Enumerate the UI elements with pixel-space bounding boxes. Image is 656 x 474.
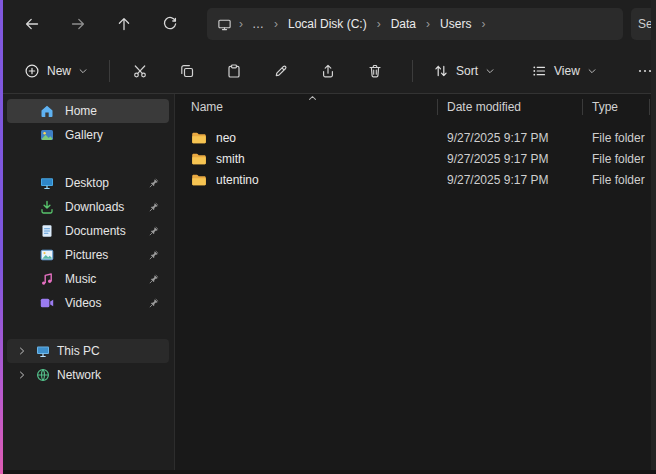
sidebar-item-label: Network xyxy=(57,368,101,382)
file-name: utentino xyxy=(216,173,259,187)
breadcrumb-chevron-icon: › xyxy=(372,17,386,31)
music-icon xyxy=(39,271,55,287)
videos-icon xyxy=(39,295,55,311)
sidebar-item-label: This PC xyxy=(57,344,100,358)
sidebar-item-videos[interactable]: Videos xyxy=(7,291,169,315)
pin-icon xyxy=(148,273,160,285)
plus-circle-icon xyxy=(24,63,40,79)
desktop-icon xyxy=(39,175,55,191)
search-input[interactable]: Se xyxy=(631,8,651,40)
share-button[interactable] xyxy=(308,54,348,88)
cut-button[interactable] xyxy=(120,54,160,88)
breadcrumb-item-users[interactable]: Users xyxy=(435,15,476,33)
pin-icon xyxy=(148,177,160,189)
sidebar-item-gallery[interactable]: Gallery xyxy=(7,123,169,147)
new-button[interactable]: New xyxy=(13,56,99,86)
delete-button[interactable] xyxy=(355,54,395,88)
breadcrumb-chevron-icon: › xyxy=(476,17,490,31)
column-resize-handle[interactable] xyxy=(649,99,650,115)
sidebar-item-documents[interactable]: Documents xyxy=(7,219,169,243)
sidebar-item-label: Music xyxy=(65,272,96,286)
navigation-bar: › … › Local Disk (C:) › Data › Users › S… xyxy=(3,0,651,48)
sort-arrows-icon xyxy=(433,63,449,79)
file-row-neo[interactable]: neo 9/27/2025 9:17 PM File folder xyxy=(175,127,651,148)
sidebar-item-label: Downloads xyxy=(65,200,124,214)
file-type: File folder xyxy=(582,152,649,166)
file-row-utentino[interactable]: utentino 9/27/2025 9:17 PM File folder xyxy=(175,169,651,190)
sidebar-item-music[interactable]: Music xyxy=(7,267,169,291)
chevron-down-icon xyxy=(78,66,88,76)
sidebar-item-label: Desktop xyxy=(65,176,109,190)
forward-button[interactable] xyxy=(61,8,95,40)
sidebar-item-label: Gallery xyxy=(65,128,103,142)
sidebar-item-label: Documents xyxy=(65,224,126,238)
sort-button-label: Sort xyxy=(456,64,478,78)
file-type: File folder xyxy=(582,173,649,187)
address-bar[interactable]: › … › Local Disk (C:) › Data › Users › xyxy=(207,8,623,40)
sidebar-item-network[interactable]: Network xyxy=(7,363,169,387)
back-button[interactable] xyxy=(15,8,49,40)
breadcrumb-chevron-icon: › xyxy=(421,17,435,31)
view-button[interactable]: View xyxy=(521,56,607,86)
sidebar-item-downloads[interactable]: Downloads xyxy=(7,195,169,219)
gallery-icon xyxy=(39,127,55,143)
sidebar-item-label: Home xyxy=(65,104,97,118)
pictures-icon xyxy=(39,247,55,263)
pin-icon xyxy=(148,297,160,309)
refresh-button[interactable] xyxy=(153,8,187,40)
sidebar-item-pictures[interactable]: Pictures xyxy=(7,243,169,267)
file-explorer-window: › … › Local Disk (C:) › Data › Users › S… xyxy=(3,0,651,470)
folder-icon xyxy=(191,130,207,146)
documents-icon xyxy=(39,223,55,239)
up-button[interactable] xyxy=(107,8,141,40)
pin-icon xyxy=(148,225,160,237)
file-date-modified: 9/27/2025 9:17 PM xyxy=(437,131,582,145)
this-pc-icon xyxy=(35,343,51,359)
sidebar-item-home[interactable]: Home xyxy=(7,99,169,123)
chevron-right-icon[interactable] xyxy=(15,370,29,380)
file-rows: neo 9/27/2025 9:17 PM File folder smith … xyxy=(175,120,651,190)
toolbar-divider xyxy=(412,60,413,82)
folder-icon xyxy=(191,151,207,167)
sidebar-section-gap xyxy=(3,147,174,171)
column-headers: Name Date modified Type xyxy=(175,94,651,120)
sidebar-item-label: Pictures xyxy=(65,248,108,262)
column-header-date-modified[interactable]: Date modified xyxy=(437,100,582,114)
file-name: smith xyxy=(216,152,245,166)
rename-button[interactable] xyxy=(261,54,301,88)
command-toolbar: New Sort xyxy=(3,48,651,94)
file-list-pane: Name Date modified Type neo 9/27/2025 9:… xyxy=(175,94,651,470)
breadcrumb-item-drive[interactable]: Local Disk (C:) xyxy=(283,15,372,33)
column-resize-handle[interactable] xyxy=(437,99,438,115)
chevron-down-icon xyxy=(485,66,495,76)
file-date-modified: 9/27/2025 9:17 PM xyxy=(437,152,582,166)
sidebar-item-this-pc[interactable]: This PC xyxy=(7,339,169,363)
chevron-down-icon xyxy=(587,66,597,76)
column-header-type[interactable]: Type xyxy=(582,100,649,114)
folder-icon xyxy=(191,172,207,188)
breadcrumb-chevron-icon: › xyxy=(234,17,248,31)
view-button-label: View xyxy=(554,64,580,78)
explorer-body: Home Gallery Desktop xyxy=(3,94,651,470)
sidebar-section-gap xyxy=(3,315,174,339)
navigation-pane: Home Gallery Desktop xyxy=(3,94,175,470)
window-right-edge xyxy=(651,0,656,470)
column-resize-handle[interactable] xyxy=(582,99,583,115)
file-date-modified: 9/27/2025 9:17 PM xyxy=(437,173,582,187)
home-icon xyxy=(39,103,55,119)
pin-icon xyxy=(148,201,160,213)
breadcrumb-chevron-icon: › xyxy=(269,17,283,31)
breadcrumb-overflow[interactable]: … xyxy=(248,17,269,31)
pin-icon xyxy=(148,249,160,261)
toolbar-divider xyxy=(109,60,110,82)
paste-button[interactable] xyxy=(214,54,254,88)
file-row-smith[interactable]: smith 9/27/2025 9:17 PM File folder xyxy=(175,148,651,169)
chevron-right-icon[interactable] xyxy=(15,346,29,356)
more-options-button[interactable] xyxy=(625,54,651,88)
view-list-icon xyxy=(531,63,547,79)
this-pc-icon xyxy=(217,17,232,32)
sidebar-item-desktop[interactable]: Desktop xyxy=(7,171,169,195)
breadcrumb-item-data[interactable]: Data xyxy=(386,15,421,33)
copy-button[interactable] xyxy=(167,54,207,88)
sort-button[interactable]: Sort xyxy=(423,56,505,86)
